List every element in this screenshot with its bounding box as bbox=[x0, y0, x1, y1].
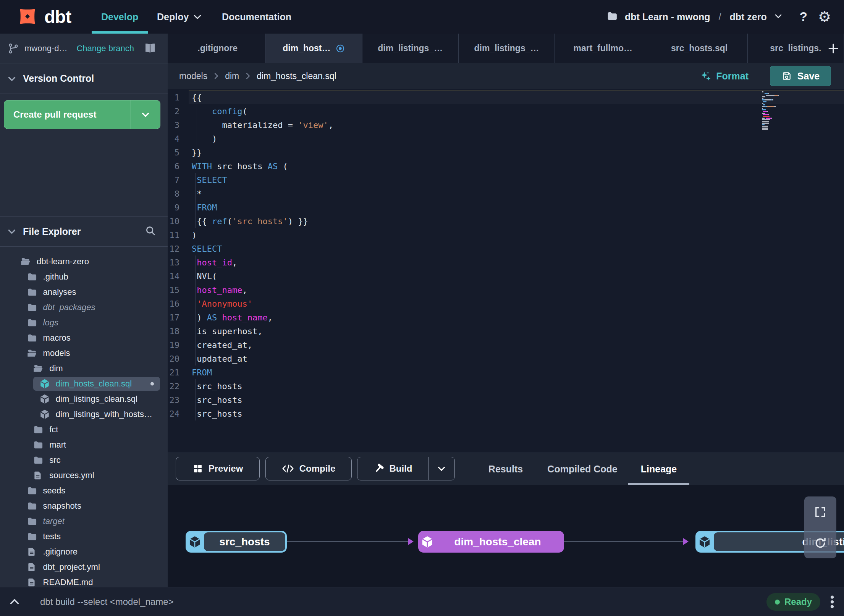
code-line[interactable]: 9 FROM bbox=[168, 200, 844, 214]
tree-item-dbt-learn-zero[interactable]: dbt-learn-zero bbox=[0, 254, 168, 269]
nav-item-documentation[interactable]: Documentation bbox=[222, 0, 291, 34]
editor-tab-dim-listings-[interactable]: dim_listings_… bbox=[459, 34, 555, 63]
code-line[interactable]: 10 {{ ref('src_hosts') }} bbox=[168, 214, 844, 228]
code-line[interactable]: 8 * bbox=[168, 187, 844, 200]
tree-item-label: dim_listings_with_hosts… bbox=[56, 409, 152, 419]
compile-button[interactable]: Compile bbox=[265, 457, 352, 480]
code-text: ) bbox=[192, 134, 217, 144]
code-line[interactable]: 23 src_hosts bbox=[168, 393, 844, 407]
tree-item-analyses[interactable]: analyses bbox=[0, 285, 168, 300]
tree-item-dim-listings-clean-sql[interactable]: dim_listings_clean.sql bbox=[0, 391, 168, 407]
chevron-up-icon[interactable] bbox=[8, 596, 21, 610]
code-line[interactable]: 14 NVL( bbox=[168, 269, 844, 283]
create-pull-request-label[interactable]: Create pull request bbox=[4, 100, 131, 129]
tree-item-dbt-project-yml[interactable]: dbt_project.yml bbox=[0, 559, 168, 575]
chevron-down-icon[interactable] bbox=[7, 74, 17, 84]
top-navbar: dbt dbt Learn - mwong / dbt zero ? ⚙ Dev… bbox=[0, 0, 844, 34]
lineage-node-dim-hosts-clean[interactable]: dim_hosts_clean bbox=[418, 531, 564, 553]
code-line[interactable]: 16 'Anonymous' bbox=[168, 297, 844, 310]
code-line[interactable]: 2 config( bbox=[168, 104, 844, 118]
project-separator: / bbox=[717, 11, 723, 23]
code-editor[interactable]: 1{{2 config(3 materialized = 'view',4 )5… bbox=[168, 89, 844, 453]
tree-item-sources-yml[interactable]: sources.yml bbox=[0, 468, 168, 483]
code-line[interactable]: 11) bbox=[168, 228, 844, 242]
code-line[interactable]: 7 SELECT bbox=[168, 173, 844, 187]
tree-item-dim-listings-with-hosts-[interactable]: dim_listings_with_hosts… bbox=[0, 407, 168, 422]
tree-item-tests[interactable]: tests bbox=[0, 529, 168, 544]
tree-item-dbt-packages[interactable]: dbt_packages bbox=[0, 300, 168, 315]
tree-item-dim[interactable]: dim bbox=[0, 361, 168, 376]
chevron-down-icon[interactable] bbox=[7, 226, 17, 236]
code-line[interactable]: 5}} bbox=[168, 146, 844, 159]
code-line[interactable]: 24 src_hosts bbox=[168, 407, 844, 420]
kebab-menu-icon[interactable] bbox=[826, 593, 839, 612]
lineage-node-src-hosts[interactable]: src_hosts bbox=[186, 531, 287, 553]
code-line[interactable]: 20 updated_at bbox=[168, 352, 844, 365]
code-line[interactable]: 13 host_id, bbox=[168, 255, 844, 269]
code-line[interactable]: 6WITH src_hosts AS ( bbox=[168, 159, 844, 173]
environment-name[interactable]: dbt zero bbox=[730, 11, 767, 23]
floppy-icon bbox=[781, 71, 792, 81]
project-name[interactable]: dbt Learn - mwong bbox=[625, 11, 710, 23]
tree-item--gitignore[interactable]: .gitignore bbox=[0, 544, 168, 559]
editor-tab-mart-fullmo-[interactable]: mart_fullmo… bbox=[555, 34, 651, 63]
chevron-down-icon bbox=[192, 12, 202, 22]
tree-item-snapshots[interactable]: snapshots bbox=[0, 498, 168, 514]
preview-button[interactable]: Preview bbox=[176, 457, 260, 480]
editor-tab-dim-listings-[interactable]: dim_listings_… bbox=[362, 34, 459, 63]
tree-item-logs[interactable]: logs bbox=[0, 315, 168, 330]
book-icon[interactable] bbox=[144, 42, 156, 55]
tree-item-readme-md[interactable]: README.md bbox=[0, 575, 168, 587]
create-pull-request-caret[interactable] bbox=[131, 100, 160, 129]
panel-tab-lineage[interactable]: Lineage bbox=[628, 453, 689, 485]
save-button[interactable]: Save bbox=[770, 66, 831, 86]
tree-item-dim-hosts-clean-sql[interactable]: dim_hosts_clean.sql bbox=[0, 376, 168, 391]
build-button-caret[interactable] bbox=[428, 457, 454, 480]
code-line[interactable]: 18 is_superhost, bbox=[168, 324, 844, 338]
code-line[interactable]: 3 materialized = 'view', bbox=[168, 118, 844, 132]
code-line[interactable]: 21FROM bbox=[168, 365, 844, 379]
editor-tab--gitignore[interactable]: .gitignore bbox=[170, 34, 266, 63]
code-line[interactable]: 17 ) AS host_name, bbox=[168, 310, 844, 324]
version-control-header[interactable]: Version Control bbox=[0, 63, 168, 94]
tree-item-models[interactable]: models bbox=[0, 346, 168, 361]
line-number: 13 bbox=[168, 258, 179, 267]
tree-item-fct[interactable]: fct bbox=[0, 422, 168, 437]
build-button-main[interactable]: Build bbox=[357, 457, 428, 480]
refresh-icon[interactable] bbox=[814, 537, 827, 550]
line-number: 9 bbox=[168, 203, 179, 212]
tree-item-mart[interactable]: mart bbox=[0, 437, 168, 453]
tree-item-target[interactable]: target bbox=[0, 514, 168, 529]
tree-item-src[interactable]: src bbox=[0, 453, 168, 468]
tree-item-seeds[interactable]: seeds bbox=[0, 483, 168, 498]
editor-tab-src-hosts-sql[interactable]: src_hosts.sql bbox=[651, 34, 747, 63]
lineage-canvas[interactable]: src_hostsdim_hosts_cleandim_listings_wit… bbox=[168, 485, 844, 587]
code-line[interactable]: 15 host_name, bbox=[168, 283, 844, 297]
code-line[interactable]: 19 created_at, bbox=[168, 338, 844, 352]
editor-tab-dim-host-[interactable]: dim_host… bbox=[266, 34, 362, 63]
fullscreen-icon[interactable] bbox=[814, 506, 827, 519]
search-icon[interactable] bbox=[145, 225, 156, 238]
tree-item--github[interactable]: .github bbox=[0, 269, 168, 285]
file-explorer-header[interactable]: File Explorer bbox=[0, 216, 168, 247]
change-branch-link[interactable]: Change branch bbox=[76, 44, 134, 53]
help-button[interactable]: ? bbox=[800, 10, 807, 24]
code-line[interactable]: 22 src_hosts bbox=[168, 379, 844, 393]
minimap[interactable] bbox=[762, 91, 782, 131]
format-button[interactable]: Format bbox=[700, 70, 749, 82]
create-pull-request-button[interactable]: Create pull request bbox=[4, 100, 160, 129]
nav-item-develop[interactable]: Develop bbox=[101, 0, 138, 34]
panel-tab-results[interactable]: Results bbox=[481, 453, 530, 485]
code-text: src_hosts bbox=[192, 395, 242, 405]
nav-item-deploy[interactable]: Deploy bbox=[157, 0, 202, 34]
chevron-down-icon[interactable] bbox=[774, 11, 783, 22]
gear-icon[interactable]: ⚙ bbox=[818, 8, 831, 25]
code-line[interactable]: 1{{ bbox=[168, 91, 844, 104]
code-line[interactable]: 4 ) bbox=[168, 132, 844, 146]
panel-tab-compiled-code[interactable]: Compiled Code bbox=[544, 453, 621, 485]
code-line[interactable]: 12SELECT bbox=[168, 242, 844, 255]
add-tab-button[interactable] bbox=[827, 34, 839, 63]
ready-label: Ready bbox=[784, 597, 812, 607]
tree-item-macros[interactable]: macros bbox=[0, 330, 168, 346]
save-label: Save bbox=[797, 71, 820, 82]
